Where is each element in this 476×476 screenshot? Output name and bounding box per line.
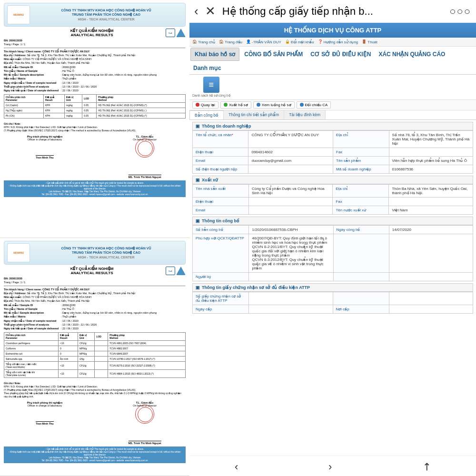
field-label: Tên tổ chức, cá nhân* [193, 130, 248, 148]
field-label: Số điện thoại người nộp [193, 165, 248, 173]
company-title: CÔNG TY TNHH MTV KHOA HỌC CÔNG NGHỆ HOÀN… [30, 8, 182, 21]
main-tab-1[interactable]: CÔNG BỐ SẢN PHẨM [240, 48, 307, 60]
field-value [248, 165, 333, 173]
app-header: ‹ ✕ Hệ thống cấp giấy tiếp nhận b... ○○○ [189, 0, 476, 23]
link-icon: 👤 [246, 40, 251, 44]
stamp-icon [135, 139, 154, 158]
section-s3: ▣Thông tin công bốSố bản công bố1/2020/0… [192, 217, 473, 281]
form-table: Tên tổ chức, cá nhân*CÔNG TY CỔ PHẦN Y D… [192, 130, 473, 174]
more-icon[interactable]: ○○○ [449, 5, 471, 18]
top-links-row: 🏠Trang chủ🏠Trang đầu👤-TRẦN VĂN DUY🔒Đổi m… [189, 38, 476, 47]
analytical-report-2: HOANVU CÔNG TY TNHH MTV KHOA HỌC CÔNG NG… [0, 238, 189, 476]
left-documents: HOANVU CÔNG TY TNHH MTV KHOA HỌC CÔNG NG… [0, 0, 189, 476]
main-tab-0[interactable]: Khai báo hồ sơ [190, 48, 239, 61]
collapse-icon: ▣ [196, 218, 200, 223]
field-label: Tên nước xuất xứ [333, 206, 389, 214]
field-value [249, 292, 333, 305]
field-value: Viên hỗn hợp thực phẩm bổ sung Hà Thủ Ô [389, 156, 473, 165]
main-tab-4[interactable]: Danh mục [189, 62, 225, 74]
report-header-2: HOANVU CÔNG TY TNHH MTV KHOA HỌC CÔNG NG… [4, 241, 186, 265]
dot-icon [196, 103, 199, 107]
field-label: Người ký [193, 272, 249, 281]
results-table-2: Chỉ tiêu phân tích ParameterKết quả Resu… [4, 332, 186, 378]
footer-band: - Các kết quả phân tích chỉ có giá trị t… [4, 180, 186, 197]
link-icon: 🔒 [285, 40, 290, 44]
field-label: Phù hợp với QCKT/QĐATTP [193, 234, 249, 272]
top-link-2[interactable]: 👤-TRẦN VĂN DUY [246, 40, 281, 44]
nav-forward-icon[interactable]: › [328, 461, 332, 473]
field-label: Email [193, 156, 248, 165]
main-tabs: Khai báo hồ sơCÔNG BỐ SẢN PHẨMCƠ SỞ ĐỦ Đ… [189, 47, 476, 75]
close-icon[interactable]: ✕ [205, 4, 216, 19]
form-table: Số bản công bố1/2020/0106887536-CBPHNgày… [192, 225, 473, 281]
dot-icon [300, 103, 304, 107]
field-value [389, 148, 473, 156]
field-value: 0984814602 [248, 148, 333, 156]
badge-triangle [176, 29, 186, 37]
main-tab-3[interactable]: XÁC NHẬN QUẢNG CÁO [375, 48, 449, 60]
sub-tab-1[interactable]: Thông tin chi tiết sản phẩm [224, 110, 284, 119]
toolbar-btn-0[interactable]: Quay lại [192, 101, 218, 109]
field-value: duocanduy@gmail.com [248, 156, 333, 165]
field-value [248, 206, 333, 214]
toolbar-btn-3[interactable]: Đối chiếu CA [297, 101, 331, 109]
nav-back-icon[interactable]: ‹ [235, 461, 238, 473]
toolbar: Quay lạiXuất hồ sơXem luồng hồ sơĐối chi… [189, 99, 476, 110]
field-value: Thôn Ba Nhà, xã Yên Sơn, huyện Quốc Oai,… [389, 184, 473, 197]
field-value: CÔNG TY CỔ PHẦN Y DƯỢC AN DUY [248, 130, 333, 148]
collapse-icon: ▣ [196, 285, 200, 290]
field-label: Điện thoại [193, 148, 248, 156]
field-value [389, 197, 473, 206]
badge-iso: BoA [166, 29, 175, 37]
field-label: Fax [333, 148, 389, 156]
section-s1: ▣Thông tin doanh nghiệpTên tổ chức, cá n… [192, 122, 473, 174]
top-link-5[interactable]: 🚪Thoát [362, 40, 377, 44]
toolbar-btn-1[interactable]: Xuất hồ sơ [220, 101, 251, 109]
toolbar-btn-2[interactable]: Xem luồng hồ sơ [253, 101, 295, 109]
top-link-3[interactable]: 🔒Đổi mật khẩu [285, 40, 314, 44]
section-s2: ▣Xuất xứTên nhà sản xuấtCông ty Cổ phần … [192, 176, 473, 215]
section-head[interactable]: ▣Thông tin giấy chứng nhận sơ sở đủ điều… [192, 283, 473, 292]
field-value: 46/2007/QĐ-BYT: Quy định giới hạn tối đa… [249, 234, 333, 272]
form-table: Số giấy chứng nhận cơ sở đủ điều kiện AT… [192, 292, 473, 314]
field-value: 14/07/2020 [389, 225, 473, 234]
field-label: Mã số doanh nghiệp [333, 165, 389, 173]
field-label: Điện thoại [193, 197, 249, 206]
field-label: Ngày cấp [193, 305, 249, 313]
link-icon: 🏠 [219, 40, 224, 44]
signature-lab: Phụ trách phòng thí nghiệm Officer in ch… [4, 135, 86, 178]
section-head[interactable]: ▣Xuất xứ [192, 176, 473, 184]
sub-tab-0[interactable]: Bản công bố [189, 110, 224, 119]
field-label: Số giấy chứng nhận cơ sở đủ điều kiện AT… [193, 292, 249, 305]
nav-share-icon[interactable]: ↗ [419, 459, 434, 474]
field-value [249, 272, 333, 281]
field-label: Tên sản phẩm [333, 156, 389, 165]
field-value: Việt Nam [389, 206, 473, 214]
field-label: Tên nhà sản xuất [193, 184, 249, 197]
back-icon[interactable]: ‹ [194, 4, 198, 19]
section-head[interactable]: ▣Thông tin công bố [192, 217, 473, 225]
link-icon: 🚪 [362, 40, 367, 44]
field-label: Ngày công bố [333, 225, 389, 234]
field-value [249, 305, 333, 313]
field-label: Nơi cấp [333, 305, 389, 313]
collapse-icon: ▣ [196, 178, 200, 182]
field-value: Số nhà 78, tổ 3, Khu Tân Bình, Thị Trấn … [389, 130, 473, 148]
list-shortcut[interactable]: ≡ Danh sách hồ sơ công bố [192, 77, 230, 98]
system-title-bar: HỆ THỐNG DỊCH VỤ CÔNG ATTP [189, 23, 476, 38]
sub-tabs: Bản công bốThông tin chi tiết sản phẩmTà… [189, 110, 476, 120]
sub-tab-2[interactable]: Tài liệu đính kèm [284, 110, 326, 119]
section-s4: ▣Thông tin giấy chứng nhận sơ sở đủ điều… [192, 283, 473, 314]
field-value [389, 305, 473, 313]
field-label: Địa chỉ [333, 184, 389, 197]
report-header: HOANVU CÔNG TY TNHH MTV KHOA HỌC CÔNG NG… [4, 3, 186, 27]
top-link-4[interactable]: ❓Hướng dẫn sử dụng [318, 40, 358, 44]
form-table: Tên nhà sản xuấtCông ty Cổ phần Dược và … [192, 184, 473, 215]
logo-hoanvu: HOANVU [7, 5, 30, 24]
collapse-icon: ▣ [196, 124, 200, 129]
top-link-0[interactable]: 🏠Trang chủ [192, 40, 215, 44]
section-head[interactable]: ▣Thông tin doanh nghiệp [192, 122, 473, 130]
right-app: ‹ ✕ Hệ thống cấp giấy tiếp nhận b... ○○○… [189, 0, 476, 476]
top-link-1[interactable]: 🏠Trang đầu [219, 40, 242, 44]
main-tab-2[interactable]: CƠ SỞ ĐỦ ĐIỀU KIỆN [307, 48, 375, 60]
